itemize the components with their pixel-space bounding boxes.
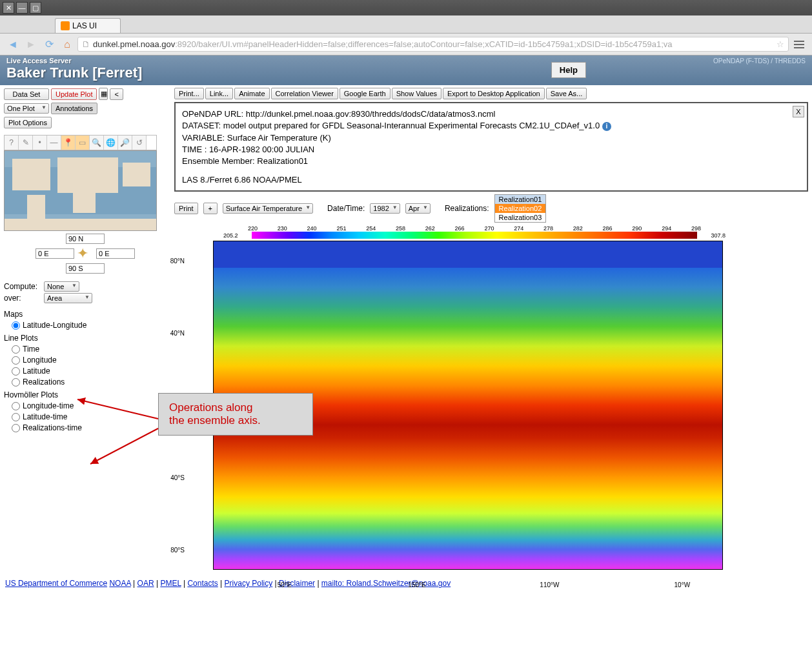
map-tool-help-icon[interactable]: ? <box>5 136 19 150</box>
header-links[interactable]: OPeNDAP (F-TDS) / THREDDS <box>713 57 806 65</box>
page-title: Baker Trunk [Ferret] <box>6 65 806 81</box>
footer-link[interactable]: PMEL <box>160 579 181 588</box>
back-button[interactable]: ◄ <box>5 37 21 52</box>
annotation-callout: Operations along the ensemble axis. <box>158 393 313 436</box>
update-plot-button[interactable]: Update Plot <box>51 88 97 100</box>
colorbar-max: 307.8 <box>711 232 726 239</box>
plot-area: 2202302402512542582622662702742782822862… <box>174 225 729 570</box>
footer-link[interactable]: mailto: Roland.Schweitzer@noaa.gov <box>321 579 451 588</box>
dataset-info-panel: X OPeNDAP URL: http://dunkel.pmel.noaa.g… <box>174 102 808 192</box>
datetime-label: Date/Time: <box>327 204 365 213</box>
footer-link[interactable]: OAR <box>137 579 154 588</box>
google-earth-button[interactable]: Google Earth <box>340 88 391 99</box>
map-tool-rect-icon[interactable]: ▭ <box>76 136 90 150</box>
info-version: LAS 8./Ferret 6.86 NOAA/PMEL <box>182 175 800 185</box>
help-button[interactable]: Help <box>551 62 586 78</box>
coordinate-inputs: ✦ <box>4 234 167 274</box>
footer-link[interactable]: NOAA <box>109 579 130 588</box>
tab-title: LAS UI <box>72 21 97 30</box>
url-port: :8920 <box>175 39 196 49</box>
plot-controls: Print + Surface Air Temperature Date/Tim… <box>174 194 808 223</box>
show-values-button[interactable]: Show Values <box>392 88 442 99</box>
radio-lat-time[interactable] <box>12 413 20 421</box>
plot-count-select[interactable]: One Plot <box>4 103 49 114</box>
home-button[interactable]: ⌂ <box>59 37 75 52</box>
realization-option[interactable]: Realization03 <box>495 213 546 222</box>
bookmark-icon[interactable]: ☆ <box>776 39 784 49</box>
realizations-label: Realizations: <box>445 204 489 213</box>
colorbar-min: 205.2 <box>223 232 238 239</box>
realizations-listbox[interactable]: Realization01 Realization02 Realization0… <box>494 194 547 223</box>
info-url: OPeNDAP URL: http://dunkel.pmel.noaa.gov… <box>182 109 800 119</box>
forward-button[interactable]: ► <box>23 37 39 52</box>
map-tool-zoomout-icon[interactable]: 🔎 <box>118 136 132 150</box>
save-as-button[interactable]: Save As... <box>546 88 587 99</box>
radio-realizations[interactable] <box>12 378 20 387</box>
over-select[interactable]: Area <box>44 293 92 303</box>
coord-east-input[interactable] <box>96 248 135 259</box>
footer-link[interactable]: Privacy Policy <box>225 579 273 588</box>
compute-select[interactable]: None <box>44 281 79 292</box>
info-time: TIME : 16-APR-1982 00:00 JULIAN <box>182 145 800 154</box>
app-header: Live Access Server Baker Trunk [Ferret] … <box>0 55 812 85</box>
realization-option[interactable]: Realization01 <box>495 195 546 204</box>
radio-lon-time[interactable] <box>12 402 20 410</box>
over-label: over: <box>4 294 40 303</box>
map-tool-line-icon[interactable]: — <box>47 136 61 150</box>
favicon-icon <box>61 21 70 30</box>
animate-button[interactable]: Animate <box>234 88 269 99</box>
collapse-panel-button[interactable]: < <box>110 88 123 100</box>
map-tool-zoomin-icon[interactable]: 🔍 <box>90 136 104 150</box>
coord-north-input[interactable] <box>66 234 105 244</box>
plot-options-button[interactable]: Plot Options <box>4 117 52 128</box>
info-variable: VARIABLE: Surface Air Temperature (K) <box>182 133 800 143</box>
footer-link[interactable]: Contacts <box>187 579 218 588</box>
header-subtitle: Live Access Server <box>6 57 806 65</box>
mini-map[interactable] <box>4 150 157 231</box>
browser-tab[interactable]: LAS UI <box>55 18 121 33</box>
browser-menu-button[interactable] <box>791 37 807 52</box>
tab-bar: LAS UI <box>0 15 812 34</box>
window-maximize-button[interactable]: ▢ <box>30 2 41 14</box>
print-button[interactable]: Print... <box>174 88 204 99</box>
map-tool-globe-icon[interactable]: 🌐 <box>104 136 118 150</box>
add-plot-button[interactable]: + <box>203 203 218 214</box>
footer-link[interactable]: US Department of Commerce <box>5 579 107 588</box>
plot-type-section: Maps Latitude-Longitude Line Plots Time … <box>4 310 167 432</box>
map-tool-marker-icon[interactable]: 📍 <box>61 136 76 150</box>
year-select[interactable]: 1982 <box>370 203 400 214</box>
radio-time[interactable] <box>12 345 20 354</box>
compute-label: Compute: <box>4 282 40 291</box>
variable-select[interactable]: Surface Air Temperature <box>223 203 313 214</box>
hovmoller-heading: Hovmöller Plots <box>4 390 167 399</box>
link-button[interactable]: Link... <box>205 88 233 99</box>
map-tool-draw-icon[interactable]: ✎ <box>19 136 33 150</box>
correlation-button[interactable]: Correlation Viewer <box>271 88 338 99</box>
map-tool-point-icon[interactable]: • <box>33 136 47 150</box>
info-close-button[interactable]: X <box>793 106 804 117</box>
coord-west-input[interactable] <box>36 248 74 259</box>
radio-latlon[interactable] <box>12 321 20 330</box>
map-toolbar: ? ✎ • — 📍 ▭ 🔍 🌐 🔎 ↺ <box>4 135 157 150</box>
content-area: Print... Link... Animate Correlation Vie… <box>170 85 812 572</box>
realization-option[interactable]: Realization02 <box>495 204 546 213</box>
radio-longitude[interactable] <box>12 356 20 365</box>
export-button[interactable]: Export to Desktop Application <box>443 88 545 99</box>
radio-real-time[interactable] <box>12 424 20 432</box>
radio-latitude[interactable] <box>12 367 20 376</box>
colorbar: 2202302402512542582622662702742782822862… <box>219 225 729 241</box>
month-select[interactable]: Apr <box>405 203 431 214</box>
reload-button[interactable]: ⟳ <box>41 37 57 52</box>
content-toolbar: Print... Link... Animate Correlation Vie… <box>174 88 808 99</box>
annotations-button[interactable]: Annotations <box>51 103 97 114</box>
coord-south-input[interactable] <box>66 263 105 274</box>
map-tool-reset-icon[interactable]: ↺ <box>132 136 147 150</box>
plot-print-button[interactable]: Print <box>174 203 198 214</box>
window-minimize-button[interactable]: — <box>16 2 28 14</box>
info-icon[interactable]: i <box>602 122 611 131</box>
window-close-button[interactable]: ✕ <box>3 2 14 14</box>
window-titlebar: ✕ — ▢ <box>0 0 812 15</box>
url-input[interactable]: 🗋 dunkel.pmel.noaa.gov:8920/baker/UI.vm#… <box>77 37 789 52</box>
address-bar: ◄ ► ⟳ ⌂ 🗋 dunkel.pmel.noaa.gov:8920/bake… <box>0 34 812 55</box>
dataset-button[interactable]: Data Set <box>4 88 49 100</box>
